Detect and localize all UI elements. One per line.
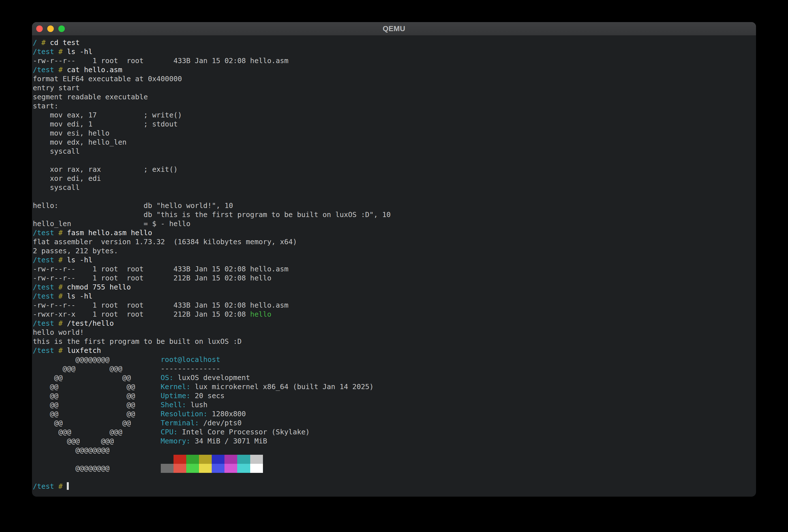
terminal-text: 2 passes, 212 bytes.	[33, 247, 118, 255]
terminal-line: -rw-r--r-- 1 root root 212B Jan 15 02:08…	[33, 274, 756, 283]
terminal-line: @@@ @@@ --------------	[33, 364, 756, 373]
terminal-text: @@ @@	[33, 374, 161, 382]
terminal-line: /test # fasm hello.asm hello	[33, 229, 756, 237]
terminal-text: mov edx, hello_len	[33, 138, 126, 146]
terminal-text: -rwxr-xr-x 1 root root 212B Jan 15 02:08	[33, 310, 250, 318]
terminal-text: --------------	[161, 364, 220, 373]
terminal-text: cat hello.asm	[67, 66, 122, 74]
ansi-color-swatch	[237, 464, 250, 473]
terminal-text: luxOS development	[174, 374, 250, 382]
terminal-text: #	[58, 482, 67, 490]
terminal-text: ls -hl	[67, 292, 92, 300]
ansi-color-swatch	[224, 464, 237, 473]
terminal-line: 2 passes, 212 bytes.	[33, 247, 756, 256]
title-bar[interactable]: QEMU	[32, 22, 756, 36]
zoom-button[interactable]	[58, 25, 65, 32]
terminal-text: OS:	[161, 374, 174, 382]
ansi-color-swatch	[250, 455, 263, 464]
terminal-text: root@localhost	[161, 355, 220, 363]
terminal-line: -rw-r--r-- 1 root root 433B Jan 15 02:08…	[33, 56, 756, 65]
terminal-text: Resolution:	[161, 410, 208, 418]
terminal-line: syscall	[33, 147, 756, 156]
terminal-text: #	[58, 256, 67, 264]
terminal-text: 34 MiB / 3071 MiB	[191, 437, 267, 445]
terminal-text: /test	[33, 347, 58, 355]
terminal-line	[33, 192, 756, 201]
ansi-color-swatch	[250, 464, 263, 473]
terminal-line: hello_len = $ - hello	[33, 219, 756, 229]
terminal-line	[33, 473, 756, 482]
terminal-text: format ELF64 executable at 0x400000	[33, 75, 182, 83]
terminal-line	[33, 156, 756, 165]
terminal-text: Shell:	[161, 401, 186, 409]
terminal-text: #	[58, 347, 67, 355]
terminal-text: @@ @@	[33, 410, 161, 418]
terminal-text: /test	[33, 283, 58, 291]
terminal-line: /test # chmod 755 hello	[33, 283, 756, 292]
terminal-text: Uptime:	[161, 392, 191, 400]
terminal-text: @@@@@@@@	[33, 446, 110, 454]
terminal-line: segment readable executable	[33, 93, 756, 102]
terminal-line: /test # cat hello.asm	[33, 65, 756, 74]
terminal-text: 20 secs	[191, 392, 224, 400]
terminal-line: format ELF64 executable at 0x400000	[33, 74, 756, 83]
terminal-text: lush	[186, 401, 208, 409]
terminal-text: ls -hl	[67, 256, 92, 264]
ansi-color-swatch	[174, 455, 186, 464]
terminal-line: / # cd test	[33, 38, 756, 47]
terminal-text: Memory:	[161, 437, 191, 445]
close-button[interactable]	[36, 25, 43, 32]
qemu-window: QEMU / # cd test/test # ls -hl-rw-r--r--…	[32, 22, 756, 497]
terminal-text: #	[58, 292, 67, 300]
terminal-text: mov eax, 17 ; write()	[33, 111, 182, 119]
terminal-text: luxfetch	[67, 347, 101, 355]
terminal-line: /test # luxfetch	[33, 346, 756, 355]
terminal-text: segment readable executable	[33, 93, 148, 101]
minimize-button[interactable]	[47, 25, 54, 32]
terminal-text: xor rax, rax ; exit()	[33, 165, 178, 174]
terminal-text: @@ @@	[33, 382, 161, 391]
terminal-line: -rw-r--r-- 1 root root 433B Jan 15 02:08…	[33, 264, 756, 274]
traffic-lights	[36, 22, 65, 35]
terminal-text: /test	[33, 229, 58, 237]
terminal-text: start:	[33, 102, 58, 110]
terminal-line: this is the first program to be built on…	[33, 337, 756, 346]
terminal-line: /test # ls -hl	[33, 256, 756, 264]
terminal-text: syscall	[33, 147, 80, 155]
terminal-screen[interactable]: / # cd test/test # ls -hl-rw-r--r-- 1 ro…	[32, 36, 756, 497]
terminal-text: fasm hello.asm hello	[67, 229, 152, 237]
terminal-line: -rw-r--r-- 1 root root 433B Jan 15 02:08…	[33, 301, 756, 310]
terminal-line: @@@@@@@@	[33, 446, 756, 455]
ansi-color-swatch	[161, 455, 174, 464]
text-cursor	[67, 482, 69, 490]
terminal-text: @@ @@	[33, 392, 161, 400]
terminal-text: /	[33, 39, 41, 47]
terminal-text: cd test	[50, 39, 80, 47]
terminal-text: CPU:	[161, 428, 178, 436]
terminal-text: xor edi, edi	[33, 174, 101, 182]
terminal-text: -rw-r--r-- 1 root root 433B Jan 15 02:08…	[33, 301, 289, 309]
terminal-text: ls -hl	[67, 47, 92, 56]
ansi-color-swatch	[212, 455, 224, 464]
terminal-text: @@@ @@@	[33, 437, 161, 445]
ansi-color-swatch	[224, 455, 237, 464]
terminal-line: /test #	[33, 482, 756, 491]
terminal-line: @@ @@ Terminal: /dev/pts0	[33, 418, 756, 428]
terminal-text: mov edi, 1 ; stdout	[33, 120, 178, 128]
terminal-text: -rw-r--r-- 1 root root 433B Jan 15 02:08…	[33, 265, 289, 273]
terminal-text: -rw-r--r-- 1 root root 212B Jan 15 02:08…	[33, 274, 272, 282]
terminal-line: mov edx, hello_len	[33, 138, 756, 147]
ansi-color-swatch	[161, 464, 174, 473]
terminal-text: /dev/pts0	[199, 419, 242, 427]
terminal-line: @@ @@ Kernel: lux microkernel x86_64 (bu…	[33, 382, 756, 391]
terminal-text: /test	[33, 256, 58, 264]
ansi-color-swatch	[186, 464, 199, 473]
terminal-text: @@ @@	[33, 419, 161, 427]
terminal-line: @@@ @@@ Memory: 34 MiB / 3071 MiB	[33, 437, 756, 446]
ansi-color-swatch	[174, 464, 186, 473]
terminal-line: syscall	[33, 183, 756, 192]
terminal-text: /test	[33, 319, 58, 328]
terminal-text: db "this is the first program to be buil…	[33, 211, 391, 219]
ansi-color-swatch	[199, 455, 212, 464]
terminal-text: #	[58, 47, 67, 56]
